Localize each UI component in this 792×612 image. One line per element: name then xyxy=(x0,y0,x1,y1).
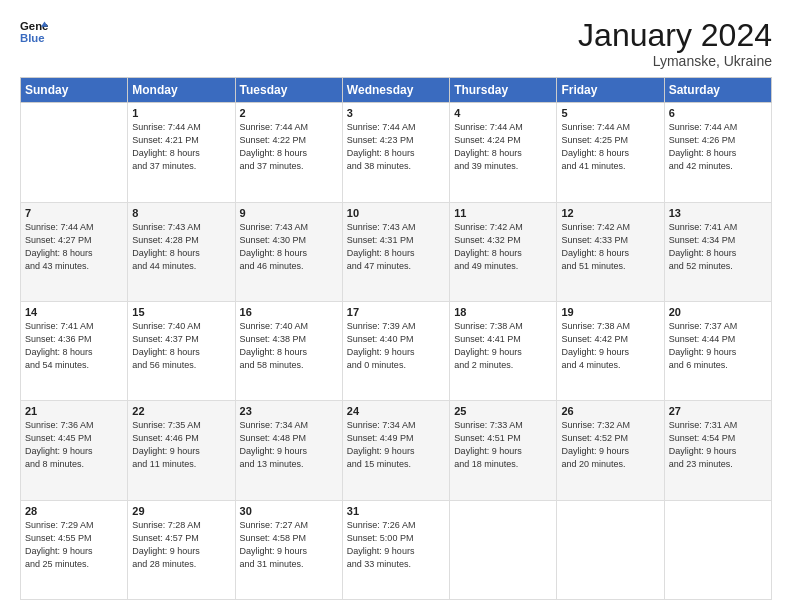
page: General Blue January 2024 Lymanske, Ukra… xyxy=(0,0,792,612)
day-info: Sunrise: 7:37 AMSunset: 4:44 PMDaylight:… xyxy=(669,320,767,372)
day-number: 30 xyxy=(240,505,338,517)
day-info: Sunrise: 7:44 AMSunset: 4:26 PMDaylight:… xyxy=(669,121,767,173)
calendar-cell: 17Sunrise: 7:39 AMSunset: 4:40 PMDayligh… xyxy=(342,301,449,400)
day-info: Sunrise: 7:39 AMSunset: 4:40 PMDaylight:… xyxy=(347,320,445,372)
calendar-cell: 16Sunrise: 7:40 AMSunset: 4:38 PMDayligh… xyxy=(235,301,342,400)
calendar-cell: 27Sunrise: 7:31 AMSunset: 4:54 PMDayligh… xyxy=(664,401,771,500)
calendar-cell: 15Sunrise: 7:40 AMSunset: 4:37 PMDayligh… xyxy=(128,301,235,400)
calendar-cell: 24Sunrise: 7:34 AMSunset: 4:49 PMDayligh… xyxy=(342,401,449,500)
calendar-cell: 4Sunrise: 7:44 AMSunset: 4:24 PMDaylight… xyxy=(450,103,557,202)
calendar-week-row: 28Sunrise: 7:29 AMSunset: 4:55 PMDayligh… xyxy=(21,500,772,599)
day-number: 12 xyxy=(561,207,659,219)
calendar-cell: 13Sunrise: 7:41 AMSunset: 4:34 PMDayligh… xyxy=(664,202,771,301)
day-number: 26 xyxy=(561,405,659,417)
calendar-cell: 2Sunrise: 7:44 AMSunset: 4:22 PMDaylight… xyxy=(235,103,342,202)
day-info: Sunrise: 7:44 AMSunset: 4:24 PMDaylight:… xyxy=(454,121,552,173)
calendar-table: SundayMondayTuesdayWednesdayThursdayFrid… xyxy=(20,77,772,600)
page-subtitle: Lymanske, Ukraine xyxy=(578,53,772,69)
calendar-cell: 8Sunrise: 7:43 AMSunset: 4:28 PMDaylight… xyxy=(128,202,235,301)
day-number: 5 xyxy=(561,107,659,119)
page-title: January 2024 xyxy=(578,18,772,53)
calendar-cell: 23Sunrise: 7:34 AMSunset: 4:48 PMDayligh… xyxy=(235,401,342,500)
calendar-week-row: 14Sunrise: 7:41 AMSunset: 4:36 PMDayligh… xyxy=(21,301,772,400)
day-info: Sunrise: 7:42 AMSunset: 4:32 PMDaylight:… xyxy=(454,221,552,273)
day-number: 22 xyxy=(132,405,230,417)
day-info: Sunrise: 7:43 AMSunset: 4:30 PMDaylight:… xyxy=(240,221,338,273)
calendar-cell: 21Sunrise: 7:36 AMSunset: 4:45 PMDayligh… xyxy=(21,401,128,500)
calendar-week-row: 21Sunrise: 7:36 AMSunset: 4:45 PMDayligh… xyxy=(21,401,772,500)
calendar-cell xyxy=(21,103,128,202)
day-info: Sunrise: 7:35 AMSunset: 4:46 PMDaylight:… xyxy=(132,419,230,471)
day-info: Sunrise: 7:29 AMSunset: 4:55 PMDaylight:… xyxy=(25,519,123,571)
calendar-cell: 19Sunrise: 7:38 AMSunset: 4:42 PMDayligh… xyxy=(557,301,664,400)
day-info: Sunrise: 7:44 AMSunset: 4:25 PMDaylight:… xyxy=(561,121,659,173)
logo: General Blue xyxy=(20,18,48,46)
calendar-cell: 28Sunrise: 7:29 AMSunset: 4:55 PMDayligh… xyxy=(21,500,128,599)
calendar-cell xyxy=(664,500,771,599)
day-info: Sunrise: 7:26 AMSunset: 5:00 PMDaylight:… xyxy=(347,519,445,571)
day-number: 10 xyxy=(347,207,445,219)
calendar-day-header: Thursday xyxy=(450,78,557,103)
day-number: 15 xyxy=(132,306,230,318)
day-info: Sunrise: 7:44 AMSunset: 4:27 PMDaylight:… xyxy=(25,221,123,273)
day-info: Sunrise: 7:43 AMSunset: 4:31 PMDaylight:… xyxy=(347,221,445,273)
day-number: 27 xyxy=(669,405,767,417)
calendar-cell xyxy=(557,500,664,599)
day-info: Sunrise: 7:44 AMSunset: 4:23 PMDaylight:… xyxy=(347,121,445,173)
day-info: Sunrise: 7:31 AMSunset: 4:54 PMDaylight:… xyxy=(669,419,767,471)
day-info: Sunrise: 7:42 AMSunset: 4:33 PMDaylight:… xyxy=(561,221,659,273)
calendar-cell: 7Sunrise: 7:44 AMSunset: 4:27 PMDaylight… xyxy=(21,202,128,301)
calendar-cell: 18Sunrise: 7:38 AMSunset: 4:41 PMDayligh… xyxy=(450,301,557,400)
calendar-day-header: Monday xyxy=(128,78,235,103)
day-number: 14 xyxy=(25,306,123,318)
day-info: Sunrise: 7:36 AMSunset: 4:45 PMDaylight:… xyxy=(25,419,123,471)
svg-text:Blue: Blue xyxy=(20,32,45,44)
day-number: 1 xyxy=(132,107,230,119)
title-block: January 2024 Lymanske, Ukraine xyxy=(578,18,772,69)
calendar-cell: 1Sunrise: 7:44 AMSunset: 4:21 PMDaylight… xyxy=(128,103,235,202)
day-info: Sunrise: 7:44 AMSunset: 4:22 PMDaylight:… xyxy=(240,121,338,173)
day-number: 19 xyxy=(561,306,659,318)
calendar-header-row: SundayMondayTuesdayWednesdayThursdayFrid… xyxy=(21,78,772,103)
day-number: 2 xyxy=(240,107,338,119)
calendar-week-row: 1Sunrise: 7:44 AMSunset: 4:21 PMDaylight… xyxy=(21,103,772,202)
calendar-cell: 22Sunrise: 7:35 AMSunset: 4:46 PMDayligh… xyxy=(128,401,235,500)
day-info: Sunrise: 7:43 AMSunset: 4:28 PMDaylight:… xyxy=(132,221,230,273)
calendar-day-header: Tuesday xyxy=(235,78,342,103)
calendar-day-header: Sunday xyxy=(21,78,128,103)
calendar-cell: 30Sunrise: 7:27 AMSunset: 4:58 PMDayligh… xyxy=(235,500,342,599)
header: General Blue January 2024 Lymanske, Ukra… xyxy=(20,18,772,69)
day-number: 16 xyxy=(240,306,338,318)
day-number: 24 xyxy=(347,405,445,417)
calendar-cell: 9Sunrise: 7:43 AMSunset: 4:30 PMDaylight… xyxy=(235,202,342,301)
day-number: 28 xyxy=(25,505,123,517)
calendar-day-header: Wednesday xyxy=(342,78,449,103)
day-info: Sunrise: 7:34 AMSunset: 4:48 PMDaylight:… xyxy=(240,419,338,471)
day-info: Sunrise: 7:38 AMSunset: 4:42 PMDaylight:… xyxy=(561,320,659,372)
day-info: Sunrise: 7:32 AMSunset: 4:52 PMDaylight:… xyxy=(561,419,659,471)
calendar-cell: 10Sunrise: 7:43 AMSunset: 4:31 PMDayligh… xyxy=(342,202,449,301)
calendar-cell: 20Sunrise: 7:37 AMSunset: 4:44 PMDayligh… xyxy=(664,301,771,400)
day-info: Sunrise: 7:27 AMSunset: 4:58 PMDaylight:… xyxy=(240,519,338,571)
day-number: 17 xyxy=(347,306,445,318)
day-number: 4 xyxy=(454,107,552,119)
calendar-cell: 6Sunrise: 7:44 AMSunset: 4:26 PMDaylight… xyxy=(664,103,771,202)
day-info: Sunrise: 7:44 AMSunset: 4:21 PMDaylight:… xyxy=(132,121,230,173)
day-number: 3 xyxy=(347,107,445,119)
day-info: Sunrise: 7:34 AMSunset: 4:49 PMDaylight:… xyxy=(347,419,445,471)
day-info: Sunrise: 7:33 AMSunset: 4:51 PMDaylight:… xyxy=(454,419,552,471)
day-number: 11 xyxy=(454,207,552,219)
calendar-week-row: 7Sunrise: 7:44 AMSunset: 4:27 PMDaylight… xyxy=(21,202,772,301)
calendar-cell: 25Sunrise: 7:33 AMSunset: 4:51 PMDayligh… xyxy=(450,401,557,500)
day-info: Sunrise: 7:40 AMSunset: 4:38 PMDaylight:… xyxy=(240,320,338,372)
day-number: 6 xyxy=(669,107,767,119)
calendar-cell: 11Sunrise: 7:42 AMSunset: 4:32 PMDayligh… xyxy=(450,202,557,301)
day-number: 21 xyxy=(25,405,123,417)
day-number: 23 xyxy=(240,405,338,417)
calendar-day-header: Friday xyxy=(557,78,664,103)
calendar-cell: 26Sunrise: 7:32 AMSunset: 4:52 PMDayligh… xyxy=(557,401,664,500)
calendar-cell: 12Sunrise: 7:42 AMSunset: 4:33 PMDayligh… xyxy=(557,202,664,301)
calendar-cell: 5Sunrise: 7:44 AMSunset: 4:25 PMDaylight… xyxy=(557,103,664,202)
calendar-cell xyxy=(450,500,557,599)
day-number: 29 xyxy=(132,505,230,517)
